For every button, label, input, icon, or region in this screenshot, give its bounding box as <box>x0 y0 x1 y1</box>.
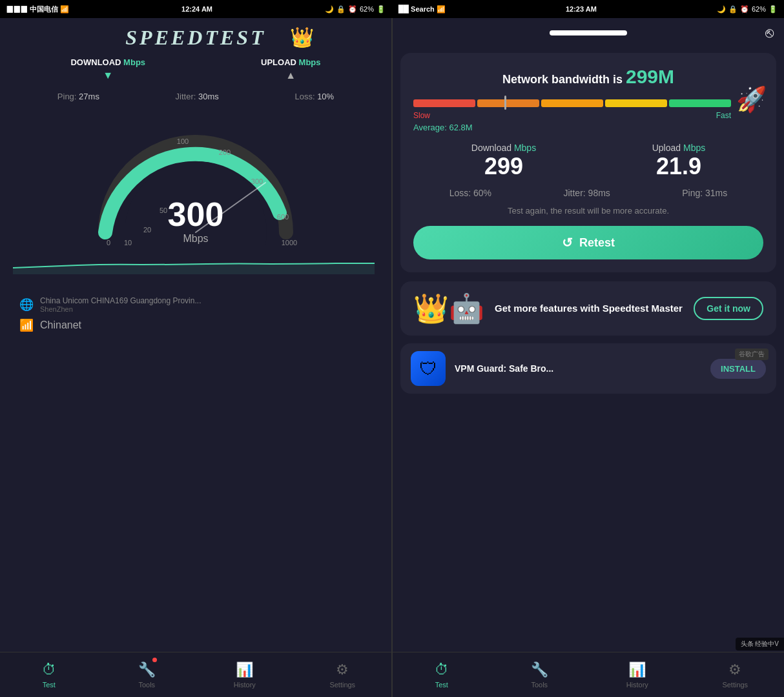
ad-app-icon: 🛡 <box>411 351 446 386</box>
dl-value: 299 <box>471 153 536 180</box>
retest-icon: ↺ <box>562 235 573 250</box>
signal-icon: ▉▉▉ <box>6 5 28 13</box>
nav-test-right[interactable]: ⏱ Test <box>393 652 491 697</box>
nav-tools-left[interactable]: 🔧 Tools <box>98 652 196 697</box>
promo-mascot-icon: 👑🤖 <box>413 292 484 325</box>
battery-icon-left: 🔋 <box>377 5 386 14</box>
left-header: SPEEDTEST 👑 <box>0 18 391 55</box>
speed-seg-1 <box>413 99 475 107</box>
provider-city: ShenZhen <box>40 305 201 313</box>
svg-text:600: 600 <box>277 213 289 221</box>
retest-hint: Test again, the result will be more accu… <box>413 206 763 216</box>
wifi-icon: 📶 <box>60 5 69 13</box>
dl-unit: Mbps <box>514 143 536 153</box>
test-label-left: Test <box>43 681 56 689</box>
history-label-left: History <box>234 681 256 689</box>
status-right-right: 🌙 🔒 ⏰ 62% 🔋 <box>717 5 778 14</box>
alarm-icon: ⏰ <box>348 5 357 14</box>
retest-button[interactable]: ↺ Retest <box>413 226 763 259</box>
svg-text:300: 300 <box>251 177 263 185</box>
get-it-now-button[interactable]: Get it now <box>694 297 763 320</box>
result-card: Network bandwidth is 299M 🚀 Slow Fast <box>400 53 776 272</box>
download-result: Download Mbps 299 <box>471 143 536 180</box>
ping-info: Ping: 27ms Jitter: 30ms Loss: 10% <box>0 86 391 106</box>
carrier-left-text: 中国电信 <box>30 5 58 13</box>
right-panel: ⎋ Network bandwidth is 299M 🚀 <box>393 18 784 697</box>
wifi-name: Chinanet <box>40 319 81 331</box>
test-label-right: Test <box>435 681 448 689</box>
stats-row: DOWNLOAD Mbps ▼ UPLOAD Mbps ▲ <box>0 55 391 86</box>
upload-result: Upload Mbps 21.9 <box>652 143 706 180</box>
speedometer-svg: 300 Mbps 0 10 20 50 100 200 300 600 1000 <box>86 113 305 248</box>
alarm-icon-r: ⏰ <box>740 5 749 14</box>
speed-indicator <box>504 96 506 110</box>
download-label: DOWNLOAD Mbps <box>70 57 145 67</box>
signal-icon-right: ▉▉ <box>398 5 409 13</box>
nav-test-left[interactable]: ⏱ Test <box>0 652 98 697</box>
metrics-row: Loss: 60% Jitter: 98ms Ping: 31ms <box>413 188 763 198</box>
time-left: 12:24 AM <box>181 5 212 13</box>
vpn-icon: 🛡 <box>419 358 437 379</box>
wifi-network: 📶 Chinanet <box>19 318 372 332</box>
speed-seg-2 <box>477 99 539 107</box>
history-label-right: History <box>626 681 648 689</box>
jitter-label: Jitter: 30ms <box>176 92 219 101</box>
speedometer-container: 300 Mbps 0 10 20 50 100 200 300 600 1000 <box>0 106 391 255</box>
bandwidth-title: Network bandwidth is 299M <box>413 66 763 88</box>
ad-label: 谷歌广告 <box>735 348 769 360</box>
nav-history-right[interactable]: 📊 History <box>588 652 686 697</box>
moon-icon: 🌙 <box>325 5 334 14</box>
nav-tools-right[interactable]: 🔧 Tools <box>491 652 589 697</box>
loss-label: Loss: 10% <box>294 92 334 101</box>
tools-label-left: Tools <box>138 681 155 689</box>
svg-text:200: 200 <box>219 148 231 156</box>
nav-settings-right[interactable]: ⚙ Settings <box>686 652 785 697</box>
status-bar-right: ▉▉ Search 📶 12:23 AM 🌙 🔒 ⏰ 62% 🔋 <box>392 0 784 18</box>
loss-metric: Loss: 60% <box>449 188 491 198</box>
ad-card: 谷歌广告 🛡 VPM Guard: Safe Bro... INSTALL <box>400 343 776 394</box>
jitter-metric: Jitter: 98ms <box>563 188 610 198</box>
nav-history-left[interactable]: 📊 History <box>196 652 294 697</box>
watermark: 头条 经验中V <box>736 638 784 651</box>
svg-text:100: 100 <box>177 137 189 145</box>
speed-labels: Slow Fast <box>413 111 763 120</box>
ad-content: 🛡 VPM Guard: Safe Bro... INSTALL <box>411 351 766 386</box>
left-panel: SPEEDTEST 👑 DOWNLOAD Mbps ▼ UPLOAD Mbps … <box>0 18 391 697</box>
carrier-left: ▉▉▉ 中国电信 📶 <box>6 5 69 14</box>
speed-bar-container <box>413 98 763 107</box>
lock-icon: 🔒 <box>336 5 346 14</box>
time-right: 12:23 AM <box>566 5 597 13</box>
svg-text:50: 50 <box>160 207 167 214</box>
ad-text: VPM Guard: Safe Bro... <box>455 363 701 374</box>
svg-text:Mbps: Mbps <box>183 233 208 244</box>
history-icon-left: 📊 <box>236 662 253 678</box>
globe-icon: 🌐 <box>19 298 34 312</box>
average-text: Average: 62.8M <box>413 123 763 132</box>
test-icon-left: ⏱ <box>42 662 56 678</box>
dl-ul-row: Download Mbps 299 Upload Mbps 21.9 <box>413 143 763 180</box>
upload-stat: UPLOAD Mbps ▲ <box>261 57 320 84</box>
ul-label: Upload Mbps <box>652 143 706 153</box>
share-icon[interactable]: ⎋ <box>765 25 774 41</box>
settings-label-right: Settings <box>722 681 748 689</box>
svg-text:1000: 1000 <box>282 239 297 247</box>
test-icon-right: ⏱ <box>435 662 449 678</box>
promo-title: Get more features with Speedtest Master <box>495 302 683 315</box>
bottom-nav-right: ⏱ Test 🔧 Tools 📊 History ⚙ Settings 头条 经… <box>393 652 784 697</box>
download-stat: DOWNLOAD Mbps ▼ <box>70 57 145 84</box>
settings-label-left: Settings <box>329 681 355 689</box>
ping-label: Ping: 27ms <box>57 92 99 101</box>
promo-card: 👑🤖 Get more features with Speedtest Mast… <box>400 281 776 336</box>
search-box[interactable] <box>550 30 627 35</box>
crown-icon: 👑 <box>290 26 314 48</box>
settings-icon-right: ⚙ <box>728 662 741 678</box>
battery-right: 62% <box>752 5 766 13</box>
nav-settings-left[interactable]: ⚙ Settings <box>294 652 392 697</box>
history-icon-right: 📊 <box>628 662 646 678</box>
install-button[interactable]: INSTALL <box>710 359 766 379</box>
network-provider: 🌐 China Unicom CHINA169 Guangdong Provin… <box>19 296 372 313</box>
rocket-emoji: 🚀 <box>736 85 767 114</box>
wifi-icon-right: 📶 <box>437 5 446 13</box>
upload-arrow-icon: ▲ <box>261 70 320 81</box>
tools-icon-left: 🔧 <box>138 662 156 678</box>
